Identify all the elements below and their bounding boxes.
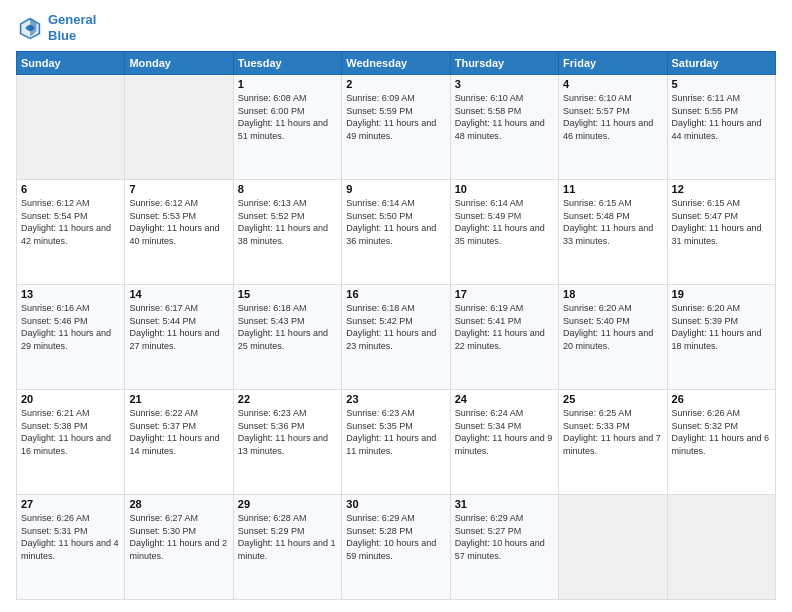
calendar-cell: [17, 75, 125, 180]
day-number: 13: [21, 288, 120, 300]
calendar-cell: [559, 495, 667, 600]
day-info: Sunrise: 6:23 AMSunset: 5:35 PMDaylight:…: [346, 407, 445, 457]
calendar-cell: 7Sunrise: 6:12 AMSunset: 5:53 PMDaylight…: [125, 180, 233, 285]
calendar-cell: 30Sunrise: 6:29 AMSunset: 5:28 PMDayligh…: [342, 495, 450, 600]
calendar-week-row: 20Sunrise: 6:21 AMSunset: 5:38 PMDayligh…: [17, 390, 776, 495]
calendar-body: 1Sunrise: 6:08 AMSunset: 6:00 PMDaylight…: [17, 75, 776, 600]
day-info: Sunrise: 6:25 AMSunset: 5:33 PMDaylight:…: [563, 407, 662, 457]
calendar-cell: 13Sunrise: 6:16 AMSunset: 5:46 PMDayligh…: [17, 285, 125, 390]
day-info: Sunrise: 6:16 AMSunset: 5:46 PMDaylight:…: [21, 302, 120, 352]
day-info: Sunrise: 6:29 AMSunset: 5:27 PMDaylight:…: [455, 512, 554, 562]
day-info: Sunrise: 6:19 AMSunset: 5:41 PMDaylight:…: [455, 302, 554, 352]
calendar-cell: [667, 495, 775, 600]
day-number: 4: [563, 78, 662, 90]
day-info: Sunrise: 6:12 AMSunset: 5:54 PMDaylight:…: [21, 197, 120, 247]
day-number: 18: [563, 288, 662, 300]
day-info: Sunrise: 6:20 AMSunset: 5:40 PMDaylight:…: [563, 302, 662, 352]
weekday-header: Wednesday: [342, 52, 450, 75]
calendar-table: SundayMondayTuesdayWednesdayThursdayFrid…: [16, 51, 776, 600]
weekday-header: Friday: [559, 52, 667, 75]
calendar-cell: 11Sunrise: 6:15 AMSunset: 5:48 PMDayligh…: [559, 180, 667, 285]
day-number: 7: [129, 183, 228, 195]
day-info: Sunrise: 6:10 AMSunset: 5:58 PMDaylight:…: [455, 92, 554, 142]
calendar-cell: 2Sunrise: 6:09 AMSunset: 5:59 PMDaylight…: [342, 75, 450, 180]
calendar-cell: 14Sunrise: 6:17 AMSunset: 5:44 PMDayligh…: [125, 285, 233, 390]
day-number: 2: [346, 78, 445, 90]
day-info: Sunrise: 6:15 AMSunset: 5:48 PMDaylight:…: [563, 197, 662, 247]
weekday-header: Thursday: [450, 52, 558, 75]
day-number: 26: [672, 393, 771, 405]
calendar-cell: 26Sunrise: 6:26 AMSunset: 5:32 PMDayligh…: [667, 390, 775, 495]
day-number: 23: [346, 393, 445, 405]
day-info: Sunrise: 6:18 AMSunset: 5:42 PMDaylight:…: [346, 302, 445, 352]
calendar-cell: 24Sunrise: 6:24 AMSunset: 5:34 PMDayligh…: [450, 390, 558, 495]
day-info: Sunrise: 6:21 AMSunset: 5:38 PMDaylight:…: [21, 407, 120, 457]
calendar-cell: 15Sunrise: 6:18 AMSunset: 5:43 PMDayligh…: [233, 285, 341, 390]
day-info: Sunrise: 6:11 AMSunset: 5:55 PMDaylight:…: [672, 92, 771, 142]
calendar-week-row: 27Sunrise: 6:26 AMSunset: 5:31 PMDayligh…: [17, 495, 776, 600]
weekday-header: Sunday: [17, 52, 125, 75]
calendar-cell: 25Sunrise: 6:25 AMSunset: 5:33 PMDayligh…: [559, 390, 667, 495]
day-info: Sunrise: 6:08 AMSunset: 6:00 PMDaylight:…: [238, 92, 337, 142]
day-number: 22: [238, 393, 337, 405]
calendar-cell: 1Sunrise: 6:08 AMSunset: 6:00 PMDaylight…: [233, 75, 341, 180]
day-number: 24: [455, 393, 554, 405]
day-info: Sunrise: 6:15 AMSunset: 5:47 PMDaylight:…: [672, 197, 771, 247]
day-number: 16: [346, 288, 445, 300]
calendar-cell: 23Sunrise: 6:23 AMSunset: 5:35 PMDayligh…: [342, 390, 450, 495]
day-number: 19: [672, 288, 771, 300]
calendar-cell: 29Sunrise: 6:28 AMSunset: 5:29 PMDayligh…: [233, 495, 341, 600]
day-number: 25: [563, 393, 662, 405]
day-info: Sunrise: 6:26 AMSunset: 5:32 PMDaylight:…: [672, 407, 771, 457]
day-number: 30: [346, 498, 445, 510]
day-info: Sunrise: 6:20 AMSunset: 5:39 PMDaylight:…: [672, 302, 771, 352]
calendar-cell: 28Sunrise: 6:27 AMSunset: 5:30 PMDayligh…: [125, 495, 233, 600]
calendar-week-row: 13Sunrise: 6:16 AMSunset: 5:46 PMDayligh…: [17, 285, 776, 390]
day-number: 20: [21, 393, 120, 405]
weekday-header: Monday: [125, 52, 233, 75]
day-info: Sunrise: 6:10 AMSunset: 5:57 PMDaylight:…: [563, 92, 662, 142]
day-info: Sunrise: 6:26 AMSunset: 5:31 PMDaylight:…: [21, 512, 120, 562]
day-number: 28: [129, 498, 228, 510]
calendar-week-row: 1Sunrise: 6:08 AMSunset: 6:00 PMDaylight…: [17, 75, 776, 180]
day-info: Sunrise: 6:09 AMSunset: 5:59 PMDaylight:…: [346, 92, 445, 142]
weekday-header: Saturday: [667, 52, 775, 75]
calendar-cell: [125, 75, 233, 180]
day-number: 14: [129, 288, 228, 300]
calendar-cell: 12Sunrise: 6:15 AMSunset: 5:47 PMDayligh…: [667, 180, 775, 285]
calendar-cell: 4Sunrise: 6:10 AMSunset: 5:57 PMDaylight…: [559, 75, 667, 180]
day-info: Sunrise: 6:13 AMSunset: 5:52 PMDaylight:…: [238, 197, 337, 247]
day-info: Sunrise: 6:14 AMSunset: 5:50 PMDaylight:…: [346, 197, 445, 247]
calendar-cell: 8Sunrise: 6:13 AMSunset: 5:52 PMDaylight…: [233, 180, 341, 285]
day-number: 10: [455, 183, 554, 195]
day-number: 3: [455, 78, 554, 90]
day-info: Sunrise: 6:23 AMSunset: 5:36 PMDaylight:…: [238, 407, 337, 457]
header: GeneralBlue: [16, 12, 776, 43]
calendar-cell: 16Sunrise: 6:18 AMSunset: 5:42 PMDayligh…: [342, 285, 450, 390]
weekday-row: SundayMondayTuesdayWednesdayThursdayFrid…: [17, 52, 776, 75]
day-info: Sunrise: 6:28 AMSunset: 5:29 PMDaylight:…: [238, 512, 337, 562]
logo-text: GeneralBlue: [48, 12, 96, 43]
calendar-cell: 3Sunrise: 6:10 AMSunset: 5:58 PMDaylight…: [450, 75, 558, 180]
calendar-cell: 19Sunrise: 6:20 AMSunset: 5:39 PMDayligh…: [667, 285, 775, 390]
page: GeneralBlue SundayMondayTuesdayWednesday…: [0, 0, 792, 612]
day-number: 31: [455, 498, 554, 510]
calendar-cell: 9Sunrise: 6:14 AMSunset: 5:50 PMDaylight…: [342, 180, 450, 285]
day-number: 21: [129, 393, 228, 405]
calendar-cell: 6Sunrise: 6:12 AMSunset: 5:54 PMDaylight…: [17, 180, 125, 285]
day-number: 8: [238, 183, 337, 195]
day-info: Sunrise: 6:12 AMSunset: 5:53 PMDaylight:…: [129, 197, 228, 247]
logo: GeneralBlue: [16, 12, 96, 43]
day-number: 5: [672, 78, 771, 90]
calendar-cell: 17Sunrise: 6:19 AMSunset: 5:41 PMDayligh…: [450, 285, 558, 390]
day-info: Sunrise: 6:29 AMSunset: 5:28 PMDaylight:…: [346, 512, 445, 562]
day-info: Sunrise: 6:24 AMSunset: 5:34 PMDaylight:…: [455, 407, 554, 457]
day-number: 27: [21, 498, 120, 510]
day-info: Sunrise: 6:14 AMSunset: 5:49 PMDaylight:…: [455, 197, 554, 247]
day-number: 17: [455, 288, 554, 300]
day-number: 15: [238, 288, 337, 300]
day-info: Sunrise: 6:17 AMSunset: 5:44 PMDaylight:…: [129, 302, 228, 352]
day-number: 1: [238, 78, 337, 90]
calendar-cell: 22Sunrise: 6:23 AMSunset: 5:36 PMDayligh…: [233, 390, 341, 495]
calendar-cell: 10Sunrise: 6:14 AMSunset: 5:49 PMDayligh…: [450, 180, 558, 285]
